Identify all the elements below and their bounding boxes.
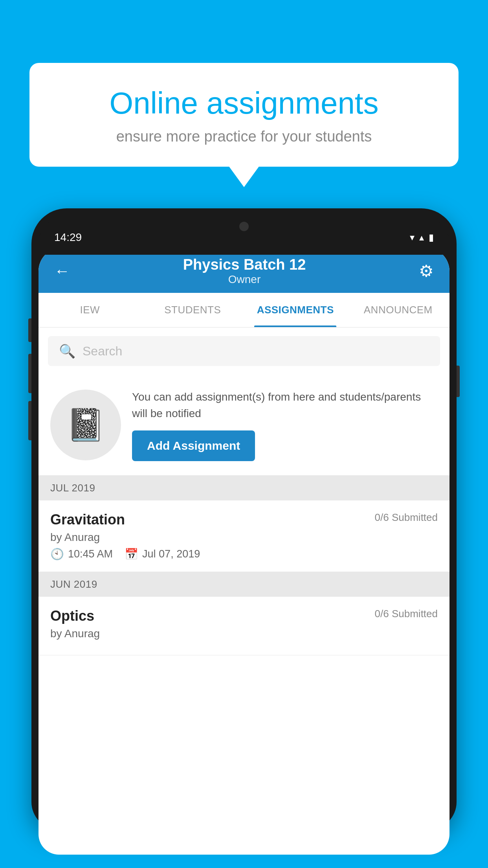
search-icon: 🔍 [59,343,75,359]
assignment-header: Gravitation 0/6 Submitted [50,511,438,528]
header-subtitle: Owner [70,273,419,286]
promo-section: 📓 You can add assignment(s) from here an… [39,375,449,476]
speech-bubble: Online assignments ensure more practice … [29,63,459,167]
status-time: 14:29 [54,231,82,244]
promo-icon-circle: 📓 [50,390,121,460]
promo-description: You can add assignment(s) from here and … [132,389,438,422]
assignment-date-value: Jul 07, 2019 [142,548,200,560]
add-assignment-button[interactable]: Add Assignment [132,430,255,461]
signal-icon: ▴ [419,232,424,243]
volume-mute-button [28,318,31,342]
assignment-item-gravitation[interactable]: Gravitation 0/6 Submitted by Anurag 🕙 10… [39,500,449,572]
assignment-header-optics: Optics 0/6 Submitted [50,608,438,624]
assignment-time-value: 10:45 AM [68,548,113,560]
volume-down-button [28,401,31,440]
tabs-bar: IEW STUDENTS ASSIGNMENTS ANNOUNCEM [39,293,449,327]
assignment-title-optics: Optics [50,608,94,624]
volume-up-button [28,354,31,393]
notebook-icon: 📓 [66,406,105,443]
assignment-by-optics: by Anurag [50,627,438,640]
bubble-title: Online assignments [57,86,431,120]
settings-icon[interactable]: ⚙ [419,261,434,281]
assignment-date: 📅 Jul 07, 2019 [125,548,200,561]
clock-icon: 🕙 [50,548,64,561]
notch [209,215,279,237]
tab-assignments[interactable]: ASSIGNMENTS [244,293,347,327]
tab-students[interactable]: STUDENTS [141,293,244,327]
camera [239,222,249,231]
tab-overview[interactable]: IEW [39,293,141,327]
bubble-subtitle: ensure more practice for your students [57,128,431,145]
section-header-jul: JUL 2019 [39,476,449,500]
section-header-jun: JUN 2019 [39,572,449,597]
search-bar[interactable]: 🔍 Search [48,336,440,366]
tab-announcements[interactable]: ANNOUNCEM [347,293,450,327]
phone-screen: ← Physics Batch 12 Owner ⚙ IEW STUDENTS … [39,248,449,855]
assignment-item-optics[interactable]: Optics 0/6 Submitted by Anurag [39,597,449,655]
assignment-by-gravitation: by Anurag [50,531,438,544]
assignment-meta-gravitation: 🕙 10:45 AM 📅 Jul 07, 2019 [50,548,438,561]
assignment-submitted-optics: 0/6 Submitted [375,608,438,620]
status-bar: 14:29 ▾ ▴ ▮ [39,215,449,255]
phone-outer: 14:29 ▾ ▴ ▮ ← Physics Batch 12 Owner ⚙ [31,208,457,829]
back-button[interactable]: ← [54,262,70,280]
speech-bubble-container: Online assignments ensure more practice … [29,63,459,167]
search-container: 🔍 Search [39,327,449,375]
battery-icon: ▮ [429,232,434,243]
promo-text-area: You can add assignment(s) from here and … [132,389,438,461]
assignment-time: 🕙 10:45 AM [50,548,113,561]
phone-container: 14:29 ▾ ▴ ▮ ← Physics Batch 12 Owner ⚙ [31,208,457,868]
header-center: Physics Batch 12 Owner [70,256,419,286]
power-button [457,366,460,397]
header-title: Physics Batch 12 [70,256,419,273]
status-icons: ▾ ▴ ▮ [410,232,434,243]
assignment-title-gravitation: Gravitation [50,511,125,528]
calendar-icon: 📅 [125,548,138,561]
wifi-icon: ▾ [410,232,415,243]
assignment-submitted-gravitation: 0/6 Submitted [375,511,438,524]
search-placeholder: Search [83,344,122,359]
